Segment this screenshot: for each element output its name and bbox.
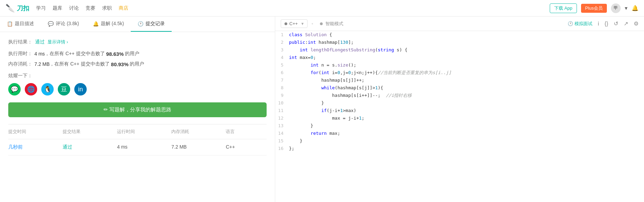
code-line-5: 5 int n = s.size();	[275, 61, 644, 69]
download-app-button[interactable]: 下载 App	[550, 3, 577, 13]
row-lang: C++	[226, 144, 267, 150]
user-avatar[interactable]: 甲	[611, 3, 621, 13]
share-wechat-icon[interactable]: 💬	[8, 83, 21, 95]
main-container: 📋 题目描述 💬 评论 (3.8k) 🔔 题解 (4.5k) 🕐 提交记录 执行…	[0, 17, 644, 202]
table-row: 几秒前 通过 4 ms 7.2 MB C++	[8, 139, 267, 155]
share-weibo-icon[interactable]: 🌐	[25, 83, 37, 95]
toolbar-right: 🕐 模拟面试 i {} ↺ ↗ ⚙	[568, 20, 638, 27]
ai-mode-label: 智能模式	[320, 21, 343, 27]
time-stat-text: ，在所有 C++ 提交中击败了	[45, 51, 105, 57]
code-line-13: 13 }	[275, 122, 644, 130]
tab-discussion[interactable]: 💬 评论 (3.8k)	[41, 17, 86, 32]
header-memory: 内存消耗	[171, 129, 226, 135]
tab-description[interactable]: 📋 题目描述	[0, 17, 41, 32]
share-label: 炫耀一下：	[8, 73, 267, 79]
time-percent: 98.63%	[106, 51, 124, 57]
submissions-icon: 🕐	[138, 21, 143, 27]
clock-icon: 🕐	[568, 21, 573, 26]
header-lang: 语言	[226, 129, 267, 135]
solution-icon: 🔔	[93, 21, 99, 27]
result-value: 通过	[35, 39, 45, 45]
lang-label: C++	[289, 21, 298, 26]
time-value: 4 ms	[34, 51, 45, 57]
result-detail-link[interactable]: 显示详情 ›	[47, 39, 68, 45]
code-line-8: 8 while(hashmap[s[j]]>1){	[275, 84, 644, 92]
nav-left: 🔪 刀扣 学习 题库 讨论 竞赛 求职 商店	[6, 4, 128, 13]
social-icons: 💬 🌐 🐧 ⾖ in	[8, 83, 267, 95]
row-result: 通过	[63, 144, 117, 150]
result-label: 执行结果：	[8, 39, 32, 45]
memory-stat-row: 内存消耗： 7.2 MB ，在所有 C++ 提交中击败了 80.93% 的用户	[8, 61, 267, 67]
code-line-14: 14 return max;	[275, 130, 644, 137]
lang-dot	[285, 22, 287, 25]
nav-right: 下载 App Plus会员 甲 ▾ 🔔	[550, 3, 638, 13]
share-qq-icon[interactable]: 🐧	[41, 83, 54, 95]
settings-icon[interactable]: ⚙	[634, 20, 638, 27]
right-panel: C++ ▾ • 智能模式 🕐 模拟面试 i {} ↺ ↗ ⚙	[275, 17, 644, 202]
row-memory: 7.2 MB	[171, 144, 226, 150]
nav-item-jobs[interactable]: 求职	[102, 4, 112, 13]
undo-icon[interactable]: ↺	[614, 20, 618, 27]
header-result: 提交结果	[63, 129, 117, 135]
tab-submissions-label: 提交记录	[146, 21, 165, 27]
code-line-4: 4 int max=0;	[275, 54, 644, 61]
table-header: 提交时间 提交结果 运行时间 内存消耗 语言	[8, 124, 267, 139]
tabs-bar: 📋 题目描述 💬 评论 (3.8k) 🔔 题解 (4.5k) 🕐 提交记录	[0, 17, 275, 32]
code-line-10: 10 }	[275, 99, 644, 107]
time-suffix: 的用户	[125, 51, 139, 57]
code-line-2: 2 public:int hashmap[130];	[275, 39, 644, 46]
plus-member-button[interactable]: Plus会员	[581, 4, 607, 13]
time-stat-row: 执行用时： 4 ms ，在所有 C++ 提交中击败了 98.63% 的用户	[8, 51, 267, 57]
code-icon[interactable]: {}	[604, 21, 608, 27]
logo-icon: 🔪	[6, 4, 15, 13]
code-line-1: 1 class Solution {	[275, 31, 644, 39]
result-row: 执行结果： 通过 显示详情 ›	[8, 39, 267, 45]
expand-icon[interactable]: ↗	[624, 20, 628, 27]
memory-percent: 80.93%	[111, 61, 129, 67]
logo-text: 刀扣	[17, 4, 29, 12]
write-solution-button[interactable]: ✏ 写题解，分享我的解题思路	[8, 102, 267, 117]
nav-item-discuss[interactable]: 讨论	[69, 4, 79, 13]
mock-interview-button[interactable]: 🕐 模拟面试	[568, 21, 592, 27]
code-line-9: 9 hashmap[s[i++]]--; //i指针右移	[275, 92, 644, 99]
code-line-15: 15 }	[275, 137, 644, 145]
memory-value: 7.2 MB	[34, 61, 50, 67]
top-nav: 🔪 刀扣 学习 题库 讨论 竞赛 求职 商店 下载 App Plus会员 甲 ▾…	[0, 0, 644, 17]
tab-discussion-label: 评论 (3.8k)	[56, 21, 79, 27]
nav-item-shop[interactable]: 商店	[119, 4, 128, 13]
notification-icon[interactable]: 🔔	[632, 5, 638, 11]
submission-table: 提交时间 提交结果 运行时间 内存消耗 语言 几秒前 通过 4 ms 7.2 M…	[8, 124, 267, 155]
code-line-12: 12 max = j-i+1;	[275, 114, 644, 122]
code-editor[interactable]: 1 class Solution { 2 public:int hashmap[…	[275, 31, 644, 202]
tab-solution[interactable]: 🔔 题解 (4.5k)	[86, 17, 131, 32]
row-time[interactable]: 几秒前	[8, 144, 63, 150]
memory-suffix: 的用户	[130, 61, 144, 67]
tab-solution-label: 题解 (4.5k)	[101, 21, 124, 27]
tab-submissions[interactable]: 🕐 提交记录	[131, 17, 172, 32]
editor-toolbar: C++ ▾ • 智能模式 🕐 模拟面试 i {} ↺ ↗ ⚙	[275, 17, 644, 31]
nav-logo: 🔪 刀扣	[6, 4, 29, 13]
description-icon: 📋	[7, 21, 13, 27]
ai-dot-icon	[320, 22, 323, 25]
nav-item-learn[interactable]: 学习	[36, 4, 46, 13]
submission-content: 执行结果： 通过 显示详情 › 执行用时： 4 ms ，在所有 C++ 提交中击…	[0, 32, 275, 202]
share-section: 炫耀一下： 💬 🌐 🐧 ⾖ in	[8, 73, 267, 95]
memory-stat-text: ，在所有 C++ 提交中击败了	[50, 61, 109, 67]
share-douban-icon[interactable]: ⾖	[58, 83, 70, 95]
discussion-icon: 💬	[48, 21, 54, 27]
italic-icon[interactable]: i	[598, 21, 599, 27]
tab-description-label: 题目描述	[15, 21, 34, 27]
nav-item-contest[interactable]: 竞赛	[86, 4, 95, 13]
code-line-6: 6 for(int i=0,j=0;j<n;j++){//当前判断是否重复的串为…	[275, 69, 644, 77]
language-selector[interactable]: C++ ▾	[281, 19, 308, 28]
memory-stat-label: 内存消耗：	[8, 61, 32, 67]
share-linkedin-icon[interactable]: in	[74, 83, 87, 95]
code-line-3: 3 int lengthOfLongestSubstring(string s)…	[275, 46, 644, 54]
code-line-16: 16 };	[275, 145, 644, 152]
nav-item-problems[interactable]: 题库	[53, 4, 62, 13]
header-time: 提交时间	[8, 129, 63, 135]
ai-mode-separator: •	[312, 21, 313, 27]
lang-chevron-icon: ▾	[301, 21, 304, 26]
header-runtime: 运行时间	[117, 129, 171, 135]
user-menu-icon[interactable]: ▾	[625, 5, 627, 11]
